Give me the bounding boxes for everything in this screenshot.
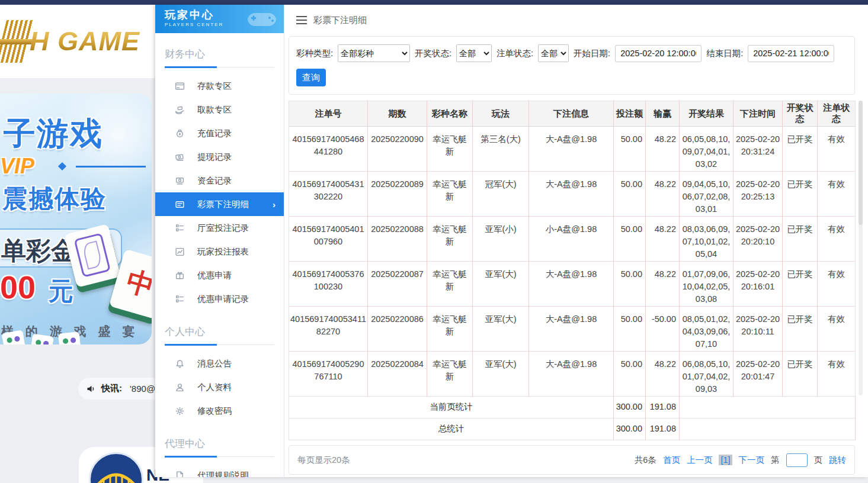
cell-bet-time: 2025-02-20 20:01:47	[734, 352, 783, 397]
search-button[interactable]: 查询	[296, 69, 326, 86]
sidebar-item-agent-rules[interactable]: 代理规则说明	[155, 463, 284, 477]
gear-icon	[175, 406, 185, 416]
cell-bet-time: 2025-02-20 20:25:13	[734, 172, 783, 217]
start-date-input[interactable]	[615, 45, 702, 62]
column-header-bet-time: 下注时间	[734, 101, 783, 127]
cell-draw-result: 08,05,01,02,04,03,09,06,07,10	[680, 307, 734, 352]
cell-draw-status: 已开奖	[783, 172, 818, 217]
sidebar-item-withdraw-zone[interactable]: 取款专区	[155, 98, 284, 121]
site-logo: H GAME	[0, 5, 155, 78]
sidebar-item-promo-apply-records[interactable]: 优惠申请记录	[155, 287, 284, 311]
cell-bet-amount: 50.00	[614, 352, 646, 397]
column-header-play-type: 玩法	[473, 101, 529, 127]
lottery-type-select[interactable]: 全部彩种	[338, 44, 410, 62]
jump-button[interactable]: 跳转	[829, 455, 846, 466]
summary-empty	[680, 418, 856, 440]
promo-banner: 子游戏 VIP 震撼体验 单彩金 00 元 样 的 游 戏 盛 宴 中	[0, 94, 152, 344]
list-card-icon	[175, 199, 185, 210]
filter-row: 彩种类型: 全部彩种 开奖状态: 全部 注单状态: 全部 开始日期: 结束日期:	[296, 44, 846, 62]
sidebar-item-profile[interactable]: 个人资料	[155, 375, 284, 399]
sidebar-item-label: 优惠申请	[197, 270, 232, 281]
cell-order-id: 401569174005341182270	[289, 307, 368, 352]
cell-draw-status: 已开奖	[783, 262, 818, 307]
hamburger-menu-icon[interactable]	[296, 16, 307, 24]
checklist-icon	[175, 223, 185, 233]
sidebar-item-label: 厅室投注记录	[197, 223, 249, 234]
cell-play-type: 冠军(大)	[473, 172, 529, 217]
column-header-win-loss: 输赢	[646, 101, 680, 127]
cell-win-loss: 48.22	[646, 262, 680, 307]
cell-draw-result: 09,04,05,10,06,07,02,08,03,01	[680, 172, 734, 217]
cell-draw-result: 01,07,09,06,10,04,02,05,03,08	[680, 262, 734, 307]
prev-page-link[interactable]: 上一页	[687, 455, 713, 466]
first-page-link[interactable]: 首页	[663, 455, 680, 466]
sidebar-item-deposit-zone[interactable]: 存款专区	[155, 74, 284, 98]
summary-label: 总统计	[289, 418, 614, 440]
cell-bet-amount: 50.00	[614, 127, 646, 172]
sidebar-item-label: 充值记录	[197, 128, 232, 139]
draw-status-select[interactable]: 全部	[456, 44, 492, 62]
content-header: 彩票下注明细	[284, 5, 868, 36]
cell-bet-info: 大-A盘@1.98	[529, 352, 614, 397]
sidebar-sections: 财务中心存款专区取款专区充值记录提现记录资金记录彩票下注明细›厅室投注记录玩家投…	[155, 47, 284, 477]
banner-title: 子游戏	[4, 112, 103, 156]
cell-lottery-name: 幸运飞艇新	[427, 172, 473, 217]
sidebar-item-messages[interactable]: 消息公告	[155, 352, 284, 375]
table-row: 40156917400546844128020250220090幸运飞艇新第三名…	[289, 127, 856, 172]
background-page: H GAME 子游戏 VIP 震撼体验 单彩金 00 元 样 的 游 戏 盛 宴…	[0, 5, 155, 483]
sidebar-item-funds-records[interactable]: 资金记录	[155, 169, 284, 192]
gift-icon	[175, 271, 185, 281]
total-count: 共6条	[635, 455, 656, 466]
cell-period: 20250220089	[368, 172, 427, 217]
table-row: 40156917400529076711020250220084幸运飞艇新亚军(…	[289, 352, 856, 397]
scrollbar[interactable]	[859, 101, 863, 395]
sidebar-item-label: 提现记录	[197, 152, 232, 163]
cell-period: 20250220087	[368, 262, 427, 307]
page-title: 彩票下注明细	[313, 15, 367, 26]
cell-period: 20250220090	[368, 127, 427, 172]
cell-play-type: 第三名(大)	[473, 127, 529, 172]
next-page-link[interactable]: 下一页	[739, 455, 765, 466]
cell-period: 20250220084	[368, 352, 427, 397]
start-date-label: 开始日期:	[574, 48, 610, 59]
cell-order-id: 401569174005290767110	[289, 352, 368, 397]
cell-bet-time: 2025-02-20 20:10:11	[734, 307, 783, 352]
sidebar-item-withdrawal-records[interactable]: 提现记录	[155, 145, 284, 169]
sidebar-item-change-password[interactable]: 修改密码	[155, 399, 284, 423]
sidebar-item-recharge-records[interactable]: 充值记录	[155, 121, 284, 145]
table-header-row: 注单号期数彩种名称玩法下注信息投注额输赢开奖结果下注时间开奖状态注单状态	[289, 101, 856, 127]
banner-amount: 00	[0, 269, 36, 305]
column-header-draw-result: 开奖结果	[680, 101, 734, 127]
end-date-input[interactable]	[748, 45, 834, 62]
order-status-label: 注单状态:	[497, 48, 533, 59]
order-status-select[interactable]: 全部	[538, 44, 569, 62]
sidebar-item-hall-bet-records[interactable]: 厅室投注记录	[155, 216, 284, 240]
sidebar-item-label: 个人资料	[197, 382, 232, 393]
sidebar-item-label: 修改密码	[197, 405, 232, 417]
sidebar-item-promo-apply[interactable]: 优惠申请	[155, 263, 284, 287]
cell-win-loss: 48.22	[646, 172, 680, 217]
cell-lottery-name: 幸运飞艇新	[427, 307, 473, 352]
summary-bet-total: 300.00	[614, 397, 646, 418]
cell-lottery-name: 幸运飞艇新	[427, 217, 473, 262]
sidebar-item-label: 优惠申请记录	[197, 294, 249, 305]
sidebar-item-label: 彩票下注明细	[197, 199, 249, 210]
moneybag-icon	[175, 128, 185, 139]
cell-bet-amount: 50.00	[614, 262, 646, 307]
sidebar-item-lottery-bet-details[interactable]: 彩票下注明细›	[155, 192, 284, 216]
jump-page-input[interactable]	[786, 453, 808, 467]
chart-box-icon	[175, 247, 185, 257]
cell-order-status: 有效	[818, 127, 856, 172]
cell-lottery-name: 幸运飞艇新	[427, 262, 473, 307]
underline-rest	[217, 456, 274, 457]
sidebar-item-label: 取款专区	[197, 104, 232, 115]
cell-bet-amount: 50.00	[614, 307, 646, 352]
sidebar-item-player-bet-report[interactable]: 玩家投注报表	[155, 240, 284, 263]
sidebar: 玩家中心 PLAYERS CENTER 财务中心存款专区取款专区充值记录提现记录…	[155, 5, 284, 477]
main-content: 彩票下注明细 彩种类型: 全部彩种 开奖状态: 全部 注单状态: 全部 开始日期…	[284, 5, 868, 477]
sidebar-header: 玩家中心 PLAYERS CENTER	[155, 5, 284, 33]
underline-accent	[165, 66, 217, 68]
cell-order-status: 有效	[818, 307, 856, 352]
cell-bet-time: 2025-02-20 20:16:01	[734, 262, 783, 307]
scrollbar-thumb[interactable]	[859, 101, 863, 225]
